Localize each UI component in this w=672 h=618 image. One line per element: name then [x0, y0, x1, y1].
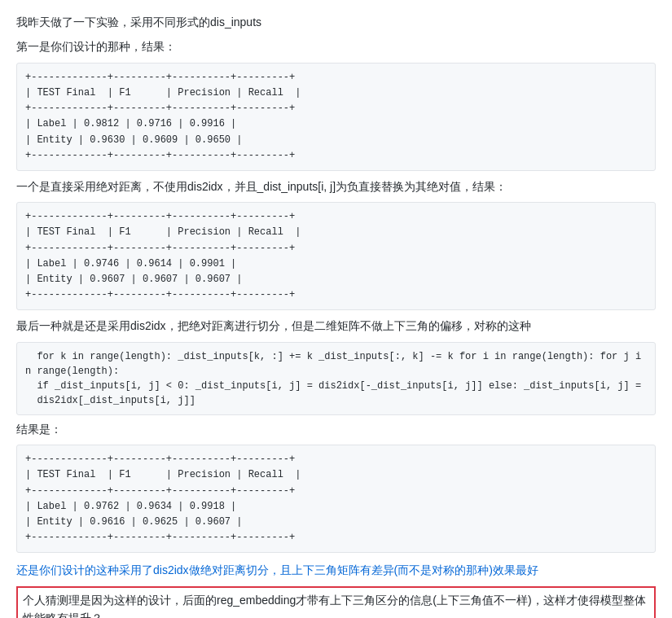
conclusion-line1: 还是你们设计的这种采用了dis2idx做绝对距离切分，且上下三角矩阵有差异(而不… [16, 561, 656, 579]
main-container: 我昨天做了一下实验，采用不同形式的dis_inputs 第一是你们设计的那种，结… [0, 0, 672, 618]
table1-block: +-------------+---------+----------+----… [16, 63, 656, 171]
result-label: 结果是： [16, 420, 656, 438]
highlighted-conclusion-block: 个人猜测理是因为这样的设计，后面的reg_embedding才带有上下三角区分的… [16, 586, 656, 618]
comment-body: 我昨天做了一下实验，采用不同形式的dis_inputs 第一是你们设计的那种，结… [16, 13, 656, 618]
intro-line2: 第一是你们设计的那种，结果： [16, 37, 656, 55]
table3-block: +-------------+---------+----------+----… [16, 445, 656, 553]
intro-line1: 我昨天做了一下实验，采用不同形式的dis_inputs [16, 13, 656, 31]
section2-intro: 一个是直接采用绝对距离，不使用dis2idx，并且_dist_inputs[i,… [16, 178, 656, 195]
table2-block: +-------------+---------+----------+----… [16, 202, 656, 310]
code-block: for k in range(length): _dist_inputs[k, … [16, 342, 656, 415]
highlighted-conclusion-text: 个人猜测理是因为这样的设计，后面的reg_embedding才带有上下三角区分的… [23, 594, 646, 618]
section3-intro: 最后一种就是还是采用dis2idx，把绝对距离进行切分，但是二维矩阵不做上下三角… [16, 317, 656, 335]
